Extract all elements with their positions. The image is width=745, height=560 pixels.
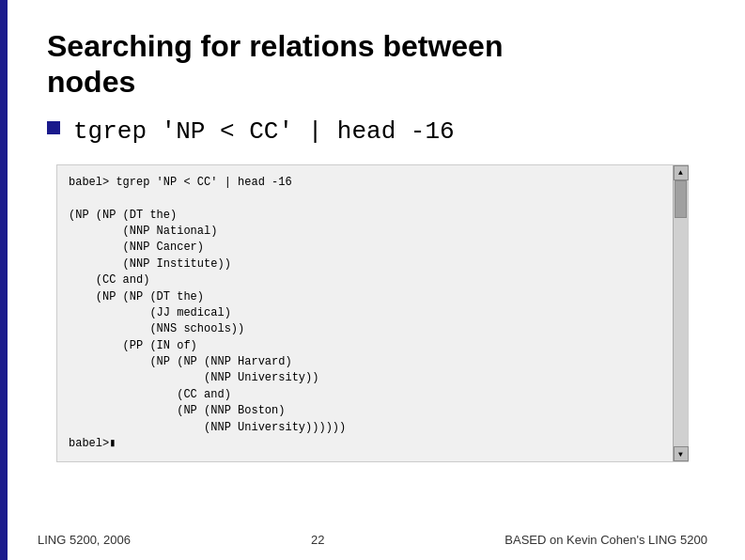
slide: Searching for relations between nodes tg… [0, 0, 745, 560]
terminal-line [69, 191, 660, 207]
terminal-line: (NNS schools)) [69, 321, 660, 337]
terminal-line: (NNP University)))))) [69, 420, 660, 436]
terminal-line: (CC and) [69, 387, 660, 403]
terminal-line: (NP (NP (DT the) [69, 208, 660, 224]
scrollbar-thumb[interactable] [675, 180, 687, 218]
footer-right-text: BASED on Kevin Cohen's LING 5200 [504, 533, 707, 547]
terminal-line: (CC and) [69, 272, 660, 288]
bullet-icon [47, 121, 60, 134]
terminal-line: (NNP University)) [69, 370, 660, 386]
slide-title: Searching for relations between nodes [47, 28, 707, 101]
terminal-line: (NP (NNP Boston) [69, 403, 660, 419]
bullet-text: tgrep 'NP < CC' | head -16 [73, 116, 455, 146]
terminal-line: (NP (NP (DT the) [69, 289, 660, 305]
terminal-line: (NNP National) [69, 224, 660, 240]
terminal-line: babel> tgrep 'NP < CC' | head -16 [69, 175, 660, 191]
terminal-line: (NP (NP (NNP Harvard) [69, 354, 660, 370]
terminal-line: (NNP Institute)) [69, 257, 660, 272]
scrollbar-down-btn[interactable]: ▼ [674, 446, 689, 461]
terminal-window: babel> tgrep 'NP < CC' | head -16 (NP (N… [56, 164, 689, 463]
footer-page-number: 22 [311, 533, 324, 547]
scrollbar-up-btn[interactable]: ▲ [674, 165, 689, 180]
terminal-line: babel>▮ [69, 436, 660, 452]
terminal-line: (PP (IN of) [69, 338, 660, 354]
left-accent-bar [0, 0, 8, 560]
bullet-item: tgrep 'NP < CC' | head -16 [47, 116, 707, 146]
terminal-line: (NNP Cancer) [69, 240, 660, 256]
terminal-content: babel> tgrep 'NP < CC' | head -16 (NP (N… [69, 175, 676, 453]
scrollbar-track[interactable] [674, 180, 688, 447]
scrollbar[interactable]: ▲ ▼ [673, 165, 688, 462]
footer: LING 5200, 2006 22 BASED on Kevin Cohen'… [38, 533, 707, 547]
footer-left-text: LING 5200, 2006 [38, 533, 131, 547]
terminal-line: (JJ medical) [69, 305, 660, 321]
